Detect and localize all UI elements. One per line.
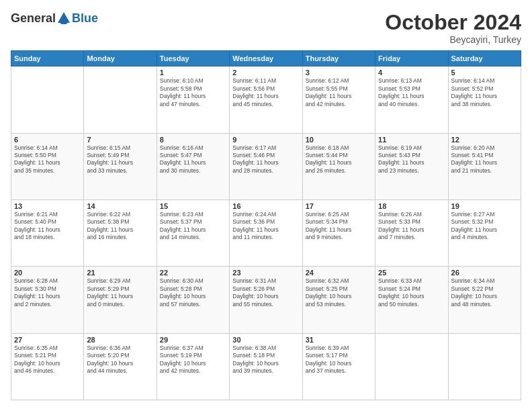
calendar-week-row: 1Sunrise: 6:10 AM Sunset: 5:58 PM Daylig… [11,66,521,133]
day-number: 2 [232,68,299,77]
day-number: 14 [87,202,153,210]
header-row: SundayMondayTuesdayWednesdayThursdayFrid… [11,51,521,66]
day-header-saturday: Saturday [448,51,521,66]
calendar-cell-day-6: 6Sunrise: 6:14 AM Sunset: 5:50 PM Daylig… [11,133,84,199]
day-number: 27 [14,336,81,344]
calendar-cell-day-7: 7Sunrise: 6:15 AM Sunset: 5:49 PM Daylig… [84,133,157,199]
svg-marker-0 [58,12,70,23]
cell-info: Sunrise: 6:27 AM Sunset: 5:32 PM Dayligh… [451,211,518,242]
cell-info: Sunrise: 6:24 AM Sunset: 5:36 PM Dayligh… [232,211,299,242]
cell-info: Sunrise: 6:14 AM Sunset: 5:52 PM Dayligh… [451,77,518,108]
month-title: October 2024 [385,11,521,34]
calendar-cell-day-23: 23Sunrise: 6:31 AM Sunset: 5:26 PM Dayli… [230,267,302,333]
day-header-friday: Friday [375,51,448,66]
cell-info: Sunrise: 6:16 AM Sunset: 5:47 PM Dayligh… [160,144,226,175]
day-number: 4 [378,68,445,77]
cell-info: Sunrise: 6:25 AM Sunset: 5:34 PM Dayligh… [306,211,372,242]
cell-info: Sunrise: 6:23 AM Sunset: 5:37 PM Dayligh… [160,211,226,242]
day-number: 26 [451,269,518,277]
cell-info: Sunrise: 6:15 AM Sunset: 5:49 PM Dayligh… [87,144,153,175]
calendar-cell-day-20: 20Sunrise: 6:28 AM Sunset: 5:30 PM Dayli… [11,267,84,333]
calendar-cell-day-19: 19Sunrise: 6:27 AM Sunset: 5:32 PM Dayli… [448,199,521,266]
day-header-wednesday: Wednesday [230,51,302,66]
calendar-cell-day-3: 3Sunrise: 6:12 AM Sunset: 5:55 PM Daylig… [302,66,375,133]
title-area: October 2024 Beycayiri, Turkey [385,11,521,45]
day-number: 5 [451,68,518,77]
day-header-thursday: Thursday [302,51,375,66]
day-number: 10 [306,136,372,144]
calendar-cell-day-17: 17Sunrise: 6:25 AM Sunset: 5:34 PM Dayli… [302,199,375,266]
cell-info: Sunrise: 6:29 AM Sunset: 5:29 PM Dayligh… [87,277,153,308]
calendar-cell-day-1: 1Sunrise: 6:10 AM Sunset: 5:58 PM Daylig… [157,66,229,133]
calendar-week-row: 27Sunrise: 6:35 AM Sunset: 5:21 PM Dayli… [11,333,521,400]
calendar-cell-day-22: 22Sunrise: 6:30 AM Sunset: 5:28 PM Dayli… [157,267,229,333]
day-number: 31 [306,336,372,344]
day-number: 20 [14,269,81,277]
day-number: 16 [232,202,299,210]
day-number: 19 [451,202,518,210]
day-number: 28 [87,336,153,344]
calendar-cell-day-11: 11Sunrise: 6:19 AM Sunset: 5:43 PM Dayli… [375,133,448,199]
calendar-cell-day-9: 9Sunrise: 6:17 AM Sunset: 5:46 PM Daylig… [230,133,302,199]
location-title: Beycayiri, Turkey [385,34,521,45]
day-number: 8 [160,136,226,144]
calendar-cell-day-2: 2Sunrise: 6:11 AM Sunset: 5:56 PM Daylig… [230,66,302,133]
cell-info: Sunrise: 6:37 AM Sunset: 5:19 PM Dayligh… [160,345,226,375]
day-number: 7 [87,136,153,144]
cell-info: Sunrise: 6:28 AM Sunset: 5:30 PM Dayligh… [14,277,81,308]
cell-info: Sunrise: 6:18 AM Sunset: 5:44 PM Dayligh… [306,144,372,175]
day-number: 15 [160,202,226,210]
logo-blue: Blue [72,11,98,26]
calendar-cell-day-13: 13Sunrise: 6:21 AM Sunset: 5:40 PM Dayli… [11,199,84,266]
cell-info: Sunrise: 6:39 AM Sunset: 5:17 PM Dayligh… [306,345,372,375]
day-number: 12 [451,136,518,144]
calendar-week-row: 20Sunrise: 6:28 AM Sunset: 5:30 PM Dayli… [11,267,521,333]
calendar-cell-day-4: 4Sunrise: 6:13 AM Sunset: 5:53 PM Daylig… [375,66,448,133]
calendar-cell-empty [11,66,84,133]
page: General Blue October 2024 Beycayiri, Tur… [0,0,532,411]
svg-rect-1 [60,21,67,24]
logo: General Blue [11,11,98,26]
day-number: 11 [378,136,445,144]
day-number: 22 [160,269,226,277]
calendar-cell-day-24: 24Sunrise: 6:32 AM Sunset: 5:25 PM Dayli… [302,267,375,333]
logo-icon [56,11,71,26]
day-header-tuesday: Tuesday [157,51,229,66]
cell-info: Sunrise: 6:14 AM Sunset: 5:50 PM Dayligh… [14,144,81,175]
calendar-cell-day-21: 21Sunrise: 6:29 AM Sunset: 5:29 PM Dayli… [84,267,157,333]
day-number: 6 [14,136,81,144]
cell-info: Sunrise: 6:26 AM Sunset: 5:33 PM Dayligh… [378,211,445,242]
cell-info: Sunrise: 6:38 AM Sunset: 5:18 PM Dayligh… [232,345,299,375]
day-number: 21 [87,269,153,277]
calendar-table: SundayMondayTuesdayWednesdayThursdayFrid… [11,50,521,400]
day-number: 24 [306,269,372,277]
calendar-cell-day-14: 14Sunrise: 6:22 AM Sunset: 5:38 PM Dayli… [84,199,157,266]
cell-info: Sunrise: 6:30 AM Sunset: 5:28 PM Dayligh… [160,277,226,308]
day-number: 30 [232,336,299,344]
day-header-monday: Monday [84,51,157,66]
calendar-cell-day-5: 5Sunrise: 6:14 AM Sunset: 5:52 PM Daylig… [448,66,521,133]
cell-info: Sunrise: 6:22 AM Sunset: 5:38 PM Dayligh… [87,211,153,242]
day-number: 13 [14,202,81,210]
cell-info: Sunrise: 6:13 AM Sunset: 5:53 PM Dayligh… [378,77,445,108]
day-header-sunday: Sunday [11,51,84,66]
logo-general: General [11,11,56,26]
header: General Blue October 2024 Beycayiri, Tur… [11,11,521,45]
calendar-cell-day-30: 30Sunrise: 6:38 AM Sunset: 5:18 PM Dayli… [230,333,302,400]
cell-info: Sunrise: 6:31 AM Sunset: 5:26 PM Dayligh… [232,277,299,308]
cell-info: Sunrise: 6:33 AM Sunset: 5:24 PM Dayligh… [378,277,445,308]
calendar-cell-day-27: 27Sunrise: 6:35 AM Sunset: 5:21 PM Dayli… [11,333,84,400]
cell-info: Sunrise: 6:20 AM Sunset: 5:41 PM Dayligh… [451,144,518,175]
calendar-cell-empty [448,333,521,400]
cell-info: Sunrise: 6:36 AM Sunset: 5:20 PM Dayligh… [87,345,153,375]
cell-info: Sunrise: 6:10 AM Sunset: 5:58 PM Dayligh… [160,77,226,108]
cell-info: Sunrise: 6:21 AM Sunset: 5:40 PM Dayligh… [14,211,81,242]
calendar-week-row: 6Sunrise: 6:14 AM Sunset: 5:50 PM Daylig… [11,133,521,199]
cell-info: Sunrise: 6:34 AM Sunset: 5:22 PM Dayligh… [451,277,518,308]
calendar-cell-empty [375,333,448,400]
day-number: 1 [160,68,226,77]
cell-info: Sunrise: 6:32 AM Sunset: 5:25 PM Dayligh… [306,277,372,308]
day-number: 18 [378,202,445,210]
day-number: 23 [232,269,299,277]
calendar-cell-day-26: 26Sunrise: 6:34 AM Sunset: 5:22 PM Dayli… [448,267,521,333]
